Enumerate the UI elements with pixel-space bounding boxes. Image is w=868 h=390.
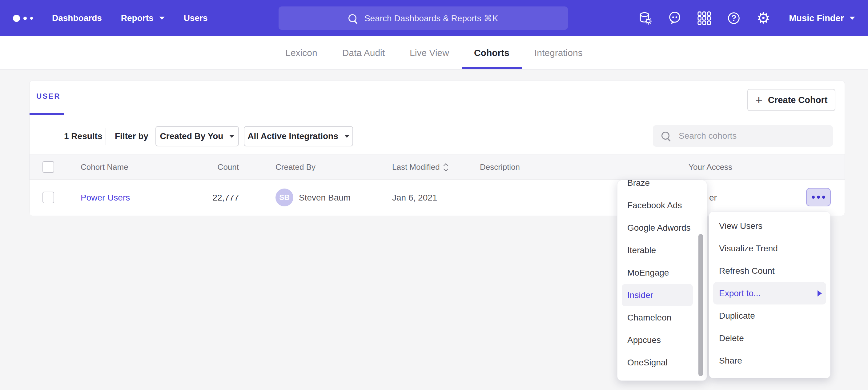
create-cohort-button[interactable]: + Create Cohort — [747, 89, 835, 111]
top-navbar: Dashboards Reports Users Search Dashboar… — [0, 0, 868, 36]
global-search-button[interactable]: Search Dashboards & Reports ⌘K — [279, 6, 568, 30]
column-last-modified-label: Last Modified — [392, 154, 440, 180]
tab-lexicon[interactable]: Lexicon — [285, 36, 317, 69]
menu-item-view-users[interactable]: View Users — [709, 215, 830, 237]
tab-user-cohorts[interactable]: USER — [36, 92, 61, 101]
plus-icon: + — [755, 94, 763, 106]
tab-lexicon-label: Lexicon — [285, 48, 317, 58]
divider — [105, 128, 106, 145]
dot-icon — [822, 196, 825, 199]
menu-item-moengage[interactable]: MoEngage — [622, 261, 693, 284]
tab-data-audit-label: Data Audit — [342, 48, 385, 58]
export-to-submenu: Braze Facebook Ads Google Adwords Iterab… — [617, 180, 707, 381]
menu-item-appcues[interactable]: Appcues — [622, 329, 693, 351]
row-context-menu: View Users Visualize Trend Refresh Count… — [709, 211, 831, 378]
menu-item-insider[interactable]: Insider — [622, 284, 693, 306]
tab-integrations[interactable]: Integrations — [534, 36, 583, 69]
column-count: Count — [183, 154, 239, 180]
cohort-type-tabs: USER + Create Cohort — [30, 81, 845, 115]
nav-dashboards-label: Dashboards — [52, 13, 102, 23]
section-tabs: Lexicon Data Audit Live View Cohorts Int… — [0, 36, 868, 69]
column-your-access: Your Access — [688, 154, 732, 180]
column-created-by: Created By — [276, 154, 315, 180]
filter-created-by-label: Created By You — [160, 131, 223, 141]
gear-glyph: ⚙ — [756, 11, 770, 25]
tab-live-view[interactable]: Live View — [410, 36, 449, 69]
avatar: SB — [276, 189, 293, 206]
menu-item-export-to[interactable]: Export to... — [713, 282, 826, 304]
row-more-actions-button[interactable] — [806, 188, 831, 206]
results-count: 1 Results — [64, 126, 102, 147]
menu-item-onesignal[interactable]: OneSignal — [622, 351, 693, 374]
nav-users-label: Users — [184, 13, 208, 23]
filter-created-by[interactable]: Created By You — [155, 126, 239, 147]
data-management-icon[interactable] — [638, 11, 652, 25]
chevron-down-icon — [229, 135, 234, 138]
cohorts-page: Dashboards Reports Users Search Dashboar… — [0, 0, 868, 390]
nav-users[interactable]: Users — [184, 13, 208, 23]
menu-item-export-to-label: Export to... — [719, 282, 761, 304]
tab-cohorts[interactable]: Cohorts — [474, 36, 509, 69]
column-description: Description — [480, 154, 520, 180]
filter-integrations-label: All Active Integrations — [247, 131, 338, 141]
filter-by-label: Filter by — [115, 126, 148, 147]
tab-cohorts-label: Cohorts — [474, 48, 509, 58]
logo-dot-medium — [23, 17, 27, 20]
submenu-arrow-icon — [817, 290, 822, 296]
sort-icon — [444, 164, 447, 171]
menu-item-refresh-count[interactable]: Refresh Count — [709, 260, 830, 282]
settings-gear-icon[interactable]: ⚙ — [756, 11, 770, 25]
menu-item-visualize-trend[interactable]: Visualize Trend — [709, 237, 830, 260]
scrollbar-thumb[interactable] — [699, 234, 703, 376]
select-all-checkbox[interactable] — [42, 161, 54, 173]
dot-icon — [817, 196, 820, 199]
menu-item-delete[interactable]: Delete — [709, 327, 830, 349]
row-checkbox[interactable] — [42, 192, 54, 203]
navbar-right-cluster: ? ⚙ Music Finder — [638, 0, 855, 36]
search-icon — [348, 14, 356, 22]
cohort-search — [653, 125, 833, 147]
chevron-down-icon — [849, 17, 855, 20]
chevron-down-icon — [159, 17, 165, 20]
menu-item-braze[interactable]: Braze — [622, 180, 693, 194]
table-header: Cohort Name Count Created By Last Modifi… — [30, 154, 845, 180]
create-cohort-label: Create Cohort — [768, 95, 827, 105]
cohort-search-input[interactable] — [653, 125, 833, 147]
active-tab-underline — [30, 113, 64, 115]
project-switcher[interactable]: Music Finder — [789, 13, 855, 23]
feedback-chat-icon[interactable] — [668, 11, 682, 25]
menu-item-facebook-ads[interactable]: Facebook Ads — [622, 194, 693, 217]
tab-integrations-label: Integrations — [534, 48, 583, 58]
apps-grid-icon[interactable] — [697, 11, 711, 25]
access-level-partial: er — [709, 180, 717, 216]
menu-item-chameleon[interactable]: Chameleon — [622, 306, 693, 329]
logo-dot-small — [30, 17, 33, 20]
menu-item-duplicate[interactable]: Duplicate — [709, 304, 830, 327]
export-list: Braze Facebook Ads Google Adwords Iterab… — [617, 180, 707, 374]
cohort-name-link[interactable]: Power Users — [81, 180, 130, 216]
nav-reports-label: Reports — [121, 13, 154, 23]
help-icon[interactable]: ? — [727, 11, 741, 25]
menu-item-google-adwords[interactable]: Google Adwords — [622, 217, 693, 239]
brand-logo-icon[interactable] — [13, 15, 33, 22]
help-question-glyph: ? — [727, 11, 741, 25]
global-search-placeholder: Search Dashboards & Reports ⌘K — [365, 13, 498, 23]
cohorts-card: USER + Create Cohort 1 Results Filter by… — [29, 80, 845, 215]
tab-data-audit[interactable]: Data Audit — [342, 36, 385, 69]
tab-live-view-label: Live View — [410, 48, 449, 58]
dot-icon — [812, 196, 815, 199]
column-cohort-name: Cohort Name — [81, 154, 128, 180]
project-name: Music Finder — [789, 13, 844, 23]
filter-integrations[interactable]: All Active Integrations — [244, 126, 353, 147]
chevron-down-icon — [344, 135, 349, 138]
menu-item-iterable[interactable]: Iterable — [622, 239, 693, 261]
column-last-modified[interactable]: Last Modified — [392, 154, 447, 180]
nav-dashboards[interactable]: Dashboards — [52, 13, 102, 23]
table-row: Power Users 22,777 SB Steven Baum Jan 6,… — [30, 180, 845, 216]
logo-dot-large — [13, 15, 20, 22]
nav-reports[interactable]: Reports — [121, 13, 165, 23]
menu-item-share[interactable]: Share — [709, 349, 830, 372]
last-modified-date: Jan 6, 2021 — [392, 180, 437, 216]
cohort-count: 22,777 — [183, 180, 239, 216]
created-by-name: Steven Baum — [299, 180, 350, 216]
